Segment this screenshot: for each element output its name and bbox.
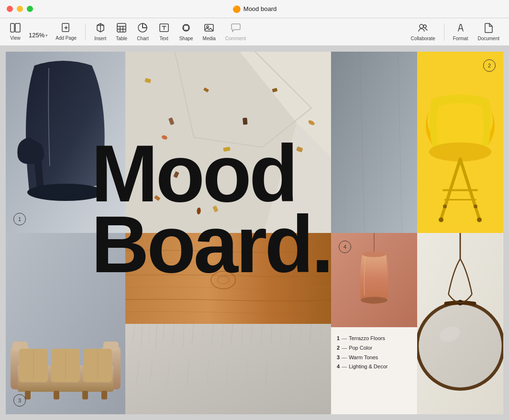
titlebar: 🟠 Mood board	[0, 0, 509, 18]
page-badge-4: 4	[339, 241, 351, 253]
legend-item-2: 2 — Pop Color	[337, 343, 411, 353]
zoom-arrow: ▾	[45, 33, 48, 38]
cell-mirror	[417, 233, 503, 414]
format-icon	[455, 22, 466, 34]
canvas-area: 1	[0, 46, 509, 420]
svg-rect-19	[184, 25, 188, 30]
insert-button[interactable]: Insert	[89, 21, 111, 43]
window-controls	[0, 6, 33, 12]
shape-button[interactable]: Shape	[175, 21, 198, 43]
media-label: Media	[203, 36, 216, 41]
cell-lamp-legend: 4 1 — Terrazzo Floors 2 —	[331, 233, 417, 414]
window-title: 🟠 Mood board	[232, 5, 277, 13]
view-button[interactable]: View	[5, 21, 26, 43]
svg-point-22	[420, 24, 423, 28]
svg-rect-0	[11, 23, 14, 32]
cell-concrete	[331, 52, 417, 233]
document-button[interactable]: Document	[473, 21, 504, 43]
legend-item-3: 3 — Warm Tones	[337, 353, 411, 363]
chart-label: Chart	[137, 36, 148, 41]
view-icon	[10, 23, 21, 34]
table-label: Table	[116, 36, 127, 41]
document-label: Document	[477, 36, 499, 41]
svg-rect-80	[54, 391, 59, 399]
page-badge-1: 1	[13, 213, 26, 225]
chart-icon	[137, 22, 148, 34]
svg-point-63	[439, 218, 443, 222]
page-badge-3: 3	[13, 394, 26, 407]
svg-rect-82	[101, 391, 107, 399]
legend-list: 1 — Terrazzo Floors 2 — Pop Color 3 —	[337, 334, 411, 372]
svg-point-66	[474, 205, 477, 209]
shape-icon	[181, 22, 191, 34]
table-button[interactable]: Table	[111, 21, 132, 43]
cell-yellow-chair	[417, 52, 503, 233]
maximize-button[interactable]	[27, 6, 33, 12]
cell-concrete-chair[interactable]: 2	[331, 52, 503, 233]
legend-item-4: 4 — Lighting & Decor	[337, 362, 411, 372]
comment-icon	[231, 22, 241, 34]
zoom-value: 125% ▾	[29, 32, 48, 39]
text-icon	[159, 22, 169, 34]
zoom-control[interactable]: View 125% ▾	[26, 23, 51, 41]
document-title: Mood board	[243, 5, 277, 12]
insert-label: Insert	[94, 36, 106, 41]
svg-point-26	[27, 184, 104, 201]
svg-rect-7	[117, 23, 126, 32]
comment-button[interactable]: Comment	[221, 21, 251, 43]
svg-point-121	[362, 252, 386, 257]
cell-fur	[125, 324, 331, 415]
cell-legend: 1 — Terrazzo Floors 2 — Pop Color 3 —	[331, 327, 417, 414]
svg-rect-81	[82, 391, 88, 399]
cell-wood-fur[interactable]	[125, 233, 331, 414]
add-page-button[interactable]: Add Page	[51, 21, 81, 43]
svg-point-65	[443, 205, 447, 209]
text-button[interactable]: Text	[154, 21, 175, 43]
svg-point-122	[361, 297, 387, 304]
insert-icon	[95, 22, 106, 34]
format-button[interactable]: Format	[448, 21, 473, 43]
cell-dark-chair[interactable]: 1	[6, 52, 125, 233]
svg-rect-1	[15, 23, 20, 32]
view-label: View	[10, 35, 21, 41]
cell-gray-sofa[interactable]: 3	[6, 233, 125, 414]
minimize-button[interactable]	[17, 6, 23, 12]
cell-wood	[125, 233, 331, 324]
table-icon	[116, 22, 127, 34]
cell-lamp: 4	[331, 233, 417, 327]
svg-point-23	[423, 25, 426, 28]
svg-point-125	[419, 305, 501, 387]
moodboard: 1	[6, 52, 503, 414]
add-page-icon	[61, 23, 71, 34]
add-page-label: Add Page	[55, 35, 77, 41]
svg-point-64	[477, 218, 482, 222]
toolbar: View View 125% ▾ Add Page Inse	[0, 18, 509, 46]
svg-rect-46	[331, 52, 417, 233]
collaborate-label: Collaborate	[411, 36, 435, 41]
media-button[interactable]: Media	[198, 21, 221, 43]
svg-rect-79	[25, 391, 31, 399]
svg-rect-83	[125, 233, 331, 324]
media-icon	[204, 22, 214, 34]
svg-rect-37	[243, 118, 247, 125]
close-button[interactable]	[7, 6, 13, 12]
format-label: Format	[453, 36, 468, 41]
app-icon: 🟠	[232, 5, 241, 13]
legend-item-1: 1 — Terrazzo Floors	[337, 334, 411, 343]
text-label: Text	[159, 36, 168, 41]
collaborate-button[interactable]: Collaborate	[406, 21, 440, 43]
comment-label: Comment	[225, 36, 246, 41]
page-badge-2: 2	[483, 59, 496, 72]
collaborate-icon	[418, 22, 428, 34]
document-icon	[483, 22, 494, 34]
separator-2	[444, 23, 444, 41]
separator-1	[85, 23, 86, 41]
cell-terrazzo[interactable]: 1	[125, 52, 331, 233]
shape-label: Shape	[179, 36, 193, 41]
chart-button[interactable]: Chart	[132, 21, 153, 43]
cell-lamp-mirror[interactable]: 4 1 — Terrazzo Floors 2 —	[331, 233, 503, 414]
